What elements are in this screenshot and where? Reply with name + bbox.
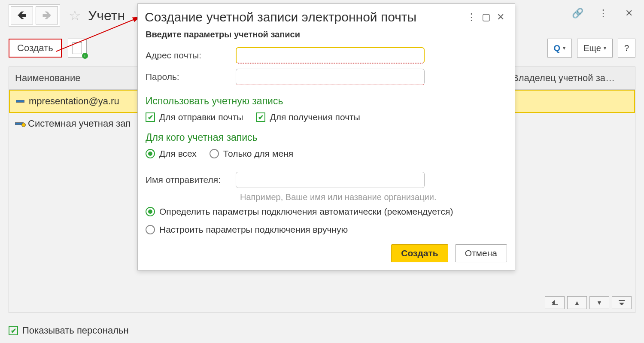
checkbox-icon: ✔: [256, 112, 265, 122]
receive-label: Для получения почты: [270, 112, 360, 122]
checkbox-icon: ✔: [9, 326, 18, 335]
plus-icon: +: [82, 53, 88, 59]
radio-icon: [146, 225, 155, 234]
dialog-actions: Создать Отмена: [138, 239, 515, 262]
email-input[interactable]: [236, 47, 425, 64]
back-button[interactable]: 🡸: [11, 6, 33, 24]
search-button[interactable]: Q ▾: [547, 39, 572, 58]
close-icon[interactable]: ✕: [493, 12, 508, 23]
row-label: Системная учетная зап: [28, 118, 131, 129]
manual-label: Настроить параметры подключения вручную: [159, 225, 348, 235]
sender-input[interactable]: [236, 172, 425, 188]
sender-label: Имя отправителя:: [146, 175, 231, 185]
radio-icon: [210, 149, 219, 158]
dialog-title: Создание учетной записи электронной почт…: [145, 10, 464, 24]
close-icon[interactable]: ✕: [623, 8, 635, 19]
forward-button[interactable]: 🡺: [36, 6, 58, 24]
chevron-down-icon: ▾: [604, 45, 606, 51]
help-label: ?: [624, 43, 629, 53]
page-icon: [73, 42, 82, 54]
for-all-label: Для всех: [159, 149, 197, 159]
page-first-button[interactable]: [545, 296, 565, 309]
dialog-header: Создание учетной записи электронной почт…: [138, 4, 515, 28]
link-icon[interactable]: 🔗: [571, 8, 584, 19]
system-mail-icon: [15, 122, 24, 125]
section-use-account: Использовать учетную запись: [138, 88, 515, 110]
col-owner[interactable]: Владелец учетной за…: [506, 67, 635, 89]
send-label: Для отправки почты: [159, 112, 243, 122]
show-personal-check[interactable]: ✔ Показывать персональн: [9, 325, 129, 336]
section-for-whom: Для кого учетная запись: [138, 124, 515, 147]
email-field-row: Адрес почты:: [138, 45, 515, 66]
create-btn-label: Создать: [401, 248, 438, 258]
show-personal-label: Показывать персональн: [22, 325, 129, 336]
send-check[interactable]: ✔ Для отправки почты: [146, 112, 243, 122]
email-label: Адрес почты:: [146, 50, 231, 61]
search-icon: Q: [554, 43, 561, 53]
help-button[interactable]: ?: [618, 39, 635, 58]
create-button[interactable]: Создать: [9, 39, 62, 58]
pager: ▲ ▼: [545, 296, 632, 309]
kebab-menu-icon[interactable]: ⋮: [597, 8, 610, 19]
page-up-button[interactable]: ▲: [567, 296, 587, 309]
checkbox-icon: ✔: [146, 112, 155, 122]
col-name[interactable]: Наименование: [9, 67, 138, 89]
password-input[interactable]: [236, 69, 425, 85]
connection-radios: Определить параметры подключения автомат…: [138, 202, 515, 239]
radio-icon: [146, 149, 155, 158]
sender-field-row: Имя отправителя:: [138, 169, 515, 191]
svg-rect-3: [619, 300, 625, 301]
chevron-down-icon: ▾: [563, 45, 565, 51]
arrow-left-icon: 🡸: [17, 10, 27, 21]
window-controls: 🔗 ⋮ ✕: [571, 8, 635, 19]
for-me-label: Только для меня: [223, 149, 293, 159]
svg-marker-2: [619, 303, 624, 305]
for-all-radio[interactable]: Для всех: [146, 149, 197, 159]
create-area: Создать +: [9, 39, 87, 58]
row-label: mpresentation@ya.ru: [29, 96, 119, 107]
more-label: Еще: [583, 43, 601, 53]
toolbar-right: Q ▾ Еще ▾ ?: [547, 39, 635, 58]
checks-row: ✔ Для отправки почты ✔ Для получения поч…: [138, 110, 515, 124]
dialog-cancel-button[interactable]: Отмена: [455, 244, 507, 262]
sender-hint: Например, Ваше имя или название организа…: [138, 191, 515, 202]
mail-icon: [16, 100, 24, 103]
dialog-subtitle: Введите параметры учетной записи: [138, 28, 515, 45]
page-last-button[interactable]: [612, 296, 632, 309]
radio-icon: [146, 207, 155, 216]
svg-rect-1: [552, 304, 558, 305]
password-label: Пароль:: [146, 72, 231, 82]
maximize-icon[interactable]: ▢: [479, 12, 493, 23]
for-whom-radios: Для всех Только для меня: [138, 147, 515, 161]
manual-connection-radio[interactable]: Настроить параметры подключения вручную: [146, 225, 507, 235]
cancel-btn-label: Отмена: [465, 248, 497, 258]
create-account-dialog: Создание учетной записи электронной почт…: [137, 3, 515, 270]
nav-group: 🡸 🡺: [9, 4, 60, 27]
auto-label: Определить параметры подключения автомат…: [159, 206, 453, 217]
more-button[interactable]: Еще ▾: [577, 39, 613, 58]
arrow-right-icon: 🡺: [42, 10, 52, 21]
auto-connection-radio[interactable]: Определить параметры подключения автомат…: [146, 206, 507, 217]
favorite-icon[interactable]: ☆: [69, 7, 81, 24]
receive-check[interactable]: ✔ Для получения почты: [256, 112, 360, 122]
for-me-radio[interactable]: Только для меня: [210, 149, 293, 159]
kebab-menu-icon[interactable]: ⋮: [464, 12, 479, 23]
page-title: Учетн: [88, 8, 125, 24]
page-down-button[interactable]: ▼: [589, 296, 609, 309]
password-field-row: Пароль:: [138, 66, 515, 88]
create-label: Создать: [17, 42, 53, 54]
dialog-create-button[interactable]: Создать: [391, 244, 448, 262]
create-copy-button[interactable]: +: [68, 39, 87, 58]
